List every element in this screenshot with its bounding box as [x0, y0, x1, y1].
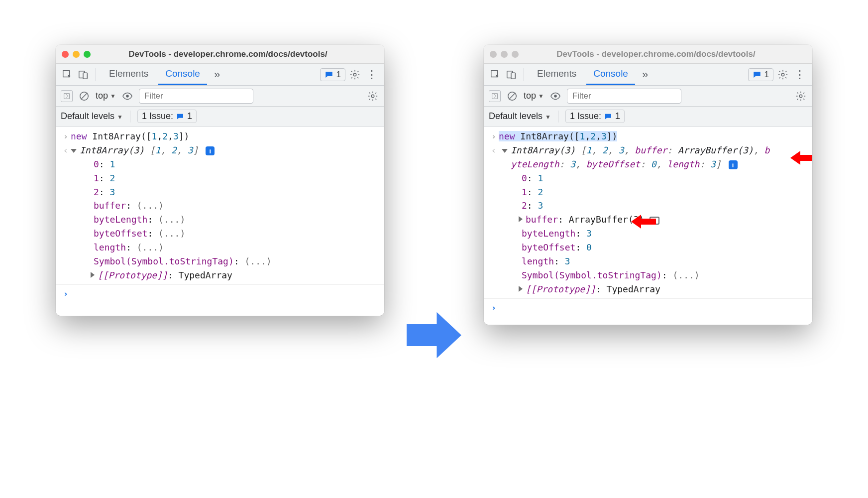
- devtools-tabbar: Elements Console » 1 ⋮: [56, 64, 384, 86]
- levels-selector[interactable]: Default levels ▼: [61, 111, 123, 122]
- svg-rect-1: [83, 73, 87, 79]
- callout-arrow-icon: [631, 213, 656, 233]
- minimize-dot[interactable]: [73, 51, 80, 58]
- svg-point-10: [554, 95, 557, 98]
- object-property[interactable]: Symbol(Symbol.toStringTag): (...): [56, 254, 384, 268]
- svg-point-4: [126, 95, 129, 98]
- message-icon: [325, 70, 333, 79]
- disclosure-right-icon[interactable]: [91, 272, 95, 278]
- prototype-row[interactable]: [[Prototype]]: TypedArray: [484, 282, 812, 296]
- object-property[interactable]: byteLength: (...): [56, 213, 384, 227]
- window-title: DevTools - developer.chrome.com/docs/dev…: [526, 49, 806, 59]
- devtools-window-before: DevTools - developer.chrome.com/docs/dev…: [56, 45, 384, 316]
- object-property[interactable]: buffer: (...): [56, 199, 384, 213]
- console-prompt[interactable]: ›: [484, 301, 812, 315]
- object-property[interactable]: byteOffset: 0: [484, 241, 812, 254]
- tabs-overflow[interactable]: »: [638, 68, 652, 81]
- message-icon: [604, 113, 612, 121]
- disclosure-down-icon[interactable]: [71, 149, 77, 153]
- context-selector[interactable]: top▼: [96, 91, 116, 101]
- live-expression-icon[interactable]: [121, 90, 134, 103]
- devtools-tabbar: Elements Console » 1 ⋮: [484, 64, 812, 86]
- tab-elements[interactable]: Elements: [530, 64, 583, 85]
- disclosure-right-icon[interactable]: [519, 286, 523, 292]
- clear-console-icon[interactable]: [78, 90, 91, 103]
- kebab-icon[interactable]: ⋮: [364, 68, 379, 81]
- tab-console[interactable]: Console: [158, 64, 207, 85]
- object-property[interactable]: 0: 1: [56, 157, 384, 171]
- titlebar: DevTools - developer.chrome.com/docs/dev…: [56, 45, 384, 64]
- console-output: › new Int8Array([1,2,3]) ‹ Int8Array(3) …: [56, 126, 384, 316]
- transition-arrow-icon: [404, 308, 464, 365]
- prototype-row[interactable]: [[Prototype]]: TypedArray: [56, 268, 384, 282]
- console-input-line: › new Int8Array([1,2,3]): [484, 129, 812, 143]
- sidebar-toggle-icon[interactable]: [61, 90, 73, 102]
- window-title: DevTools - developer.chrome.com/docs/dev…: [98, 49, 378, 59]
- callout-arrow-icon: [790, 149, 812, 169]
- titlebar: DevTools - developer.chrome.com/docs/dev…: [484, 45, 812, 64]
- issues-pill[interactable]: 1 Issue: 1: [137, 110, 197, 123]
- issues-badge[interactable]: 1: [320, 68, 345, 81]
- object-property[interactable]: 0: 1: [484, 171, 812, 185]
- svg-point-11: [799, 95, 802, 98]
- traffic-lights[interactable]: [490, 51, 519, 58]
- device-toggle-icon[interactable]: [505, 68, 518, 81]
- zoom-dot[interactable]: [512, 51, 519, 58]
- console-settings-icon[interactable]: [794, 90, 807, 103]
- issues-badge[interactable]: 1: [748, 68, 773, 81]
- levels-selector[interactable]: Default levels ▼: [489, 111, 551, 122]
- info-icon[interactable]: i: [206, 146, 215, 155]
- issues-pill[interactable]: 1 Issue: 1: [565, 110, 625, 123]
- close-dot[interactable]: [62, 51, 69, 58]
- context-selector[interactable]: top▼: [524, 91, 544, 101]
- svg-point-2: [353, 73, 356, 76]
- object-property[interactable]: length: (...): [56, 241, 384, 254]
- close-dot[interactable]: [490, 51, 497, 58]
- tabs-overflow[interactable]: »: [210, 68, 224, 81]
- sidebar-toggle-icon[interactable]: [489, 90, 501, 102]
- info-icon[interactable]: i: [729, 160, 738, 169]
- devtools-window-after: DevTools - developer.chrome.com/docs/dev…: [484, 45, 812, 325]
- disclosure-down-icon[interactable]: [502, 149, 508, 153]
- disclosure-right-icon[interactable]: [519, 216, 523, 222]
- tab-console[interactable]: Console: [586, 64, 635, 85]
- filter-input[interactable]: [139, 89, 253, 104]
- kebab-icon[interactable]: ⋮: [792, 68, 807, 81]
- console-settings-icon[interactable]: [366, 90, 379, 103]
- tab-elements[interactable]: Elements: [102, 64, 155, 85]
- object-property[interactable]: length: 3: [484, 254, 812, 268]
- console-result[interactable]: ‹ Int8Array(3) [1, 2, 3] i: [56, 143, 384, 157]
- object-property[interactable]: byteOffset: (...): [56, 227, 384, 241]
- message-icon: [753, 70, 761, 79]
- console-toolbar2: Default levels ▼ 1 Issue: 1: [484, 107, 812, 126]
- issues-count: 1: [336, 70, 341, 80]
- svg-point-8: [781, 73, 784, 76]
- console-input-line: › new Int8Array([1,2,3]): [56, 129, 384, 143]
- inspect-icon[interactable]: [489, 68, 502, 81]
- console-toolbar2: Default levels ▼ 1 Issue: 1: [56, 107, 384, 126]
- console-toolbar: top▼: [484, 86, 812, 107]
- traffic-lights[interactable]: [62, 51, 91, 58]
- filter-input[interactable]: [567, 89, 681, 104]
- minimize-dot[interactable]: [501, 51, 508, 58]
- gear-icon[interactable]: [348, 68, 361, 81]
- svg-point-5: [371, 95, 374, 98]
- svg-rect-7: [511, 73, 515, 79]
- device-toggle-icon[interactable]: [77, 68, 90, 81]
- clear-console-icon[interactable]: [506, 90, 519, 103]
- gear-icon[interactable]: [776, 68, 789, 81]
- live-expression-icon[interactable]: [549, 90, 562, 103]
- object-property[interactable]: 2: 3: [56, 185, 384, 199]
- object-property[interactable]: Symbol(Symbol.toStringTag): (...): [484, 268, 812, 282]
- object-property[interactable]: 2: 3: [484, 199, 812, 213]
- object-property[interactable]: 1: 2: [56, 171, 384, 185]
- console-toolbar: top▼: [56, 86, 384, 107]
- zoom-dot[interactable]: [84, 51, 91, 58]
- inspect-icon[interactable]: [61, 68, 74, 81]
- message-icon: [176, 113, 184, 121]
- console-result[interactable]: ‹ Int8Array(3) [1, 2, 3, buffer: ArrayBu…: [484, 143, 812, 171]
- separator: [96, 68, 96, 81]
- console-prompt[interactable]: ›: [56, 287, 384, 301]
- object-property[interactable]: 1: 2: [484, 185, 812, 199]
